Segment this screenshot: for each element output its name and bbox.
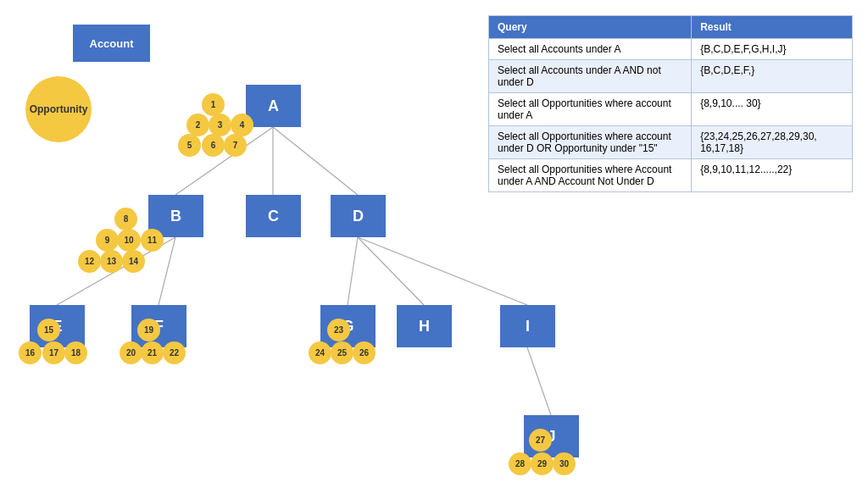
opp-20: 20 [120, 341, 142, 364]
opp-27: 27 [529, 429, 552, 452]
svg-line-5 [348, 237, 358, 305]
opp-2: 2 [186, 114, 209, 136]
opp-23: 23 [327, 319, 350, 341]
node-D: D [331, 195, 386, 237]
legend-account-box: Account [73, 25, 150, 62]
query-cell: Select all Accounts under A [489, 39, 692, 60]
svg-line-4 [159, 237, 175, 305]
query-cell: Select all Accounts under A AND not unde… [489, 60, 692, 93]
opp-26: 26 [353, 341, 376, 364]
opp-12: 12 [78, 250, 101, 273]
opp-16: 16 [19, 341, 42, 364]
opp-15: 15 [37, 319, 60, 341]
opp-29: 29 [531, 452, 554, 475]
opp-7: 7 [224, 134, 247, 157]
col-result: Result [692, 16, 853, 39]
opp-19: 19 [137, 319, 160, 341]
svg-line-8 [527, 347, 551, 415]
diagram: Account Opportunity A B C D E F G H I J … [0, 0, 868, 488]
opp-10: 10 [117, 229, 141, 252]
node-H: H [397, 305, 452, 347]
node-I: I [500, 305, 555, 347]
opp-14: 14 [122, 250, 145, 273]
svg-line-6 [358, 237, 424, 305]
opp-1: 1 [202, 93, 225, 116]
opp-8: 8 [114, 208, 137, 230]
opp-9: 9 [96, 229, 119, 252]
opp-11: 11 [141, 229, 164, 252]
opp-30: 30 [553, 452, 576, 475]
node-C: C [246, 195, 301, 237]
col-query: Query [489, 16, 692, 39]
result-cell: {8,9,10,11,12.....,22} [692, 159, 853, 192]
svg-line-7 [358, 237, 527, 305]
opp-25: 25 [331, 341, 353, 364]
query-cell: Select all Opportunities where Account u… [489, 159, 692, 192]
result-cell: {B,C,D,E,F,} [692, 60, 853, 93]
opp-24: 24 [309, 341, 331, 364]
opp-3: 3 [209, 114, 231, 136]
opp-17: 17 [42, 341, 65, 364]
opp-28: 28 [509, 452, 531, 475]
opp-22: 22 [163, 341, 186, 364]
query-cell: Select all Opportunities where account u… [489, 126, 692, 159]
result-cell: {23,24,25,26,27,28,29,30, 16,17,18} [692, 126, 853, 159]
opp-4: 4 [231, 114, 253, 136]
result-cell: {8,9,10.... 30} [692, 93, 853, 126]
result-cell: {B,C,D,E,F,G,H,I,J} [692, 39, 853, 60]
opp-6: 6 [202, 134, 225, 157]
opp-18: 18 [64, 341, 87, 364]
legend-opportunity-circle: Opportunity [25, 76, 92, 142]
node-A: A [246, 85, 301, 127]
query-cell: Select all Opportunities where account u… [489, 93, 692, 126]
query-table: Query Result Select all Accounts under A… [488, 15, 853, 192]
opp-5: 5 [178, 134, 201, 157]
svg-line-2 [273, 127, 358, 195]
opp-13: 13 [100, 250, 123, 273]
opp-21: 21 [141, 341, 164, 364]
